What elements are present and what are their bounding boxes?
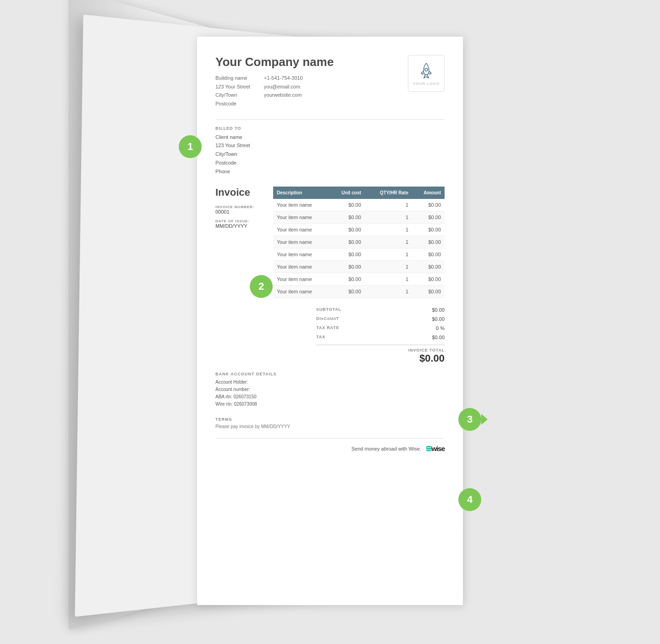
cell-amount: $0.00	[412, 248, 445, 261]
cell-unit-cost: $0.00	[329, 261, 365, 273]
account-holder: Account Holder:	[215, 379, 445, 386]
cell-unit-cost: $0.00	[329, 273, 365, 286]
invoice-table: Description Unit cost QTY/HR Rate Amount…	[273, 187, 445, 298]
cell-description: Your item name	[273, 273, 329, 286]
tax-rate-label: TAX RATE	[316, 325, 339, 331]
invoice-total-label: INVOICE TOTAL	[316, 348, 445, 352]
cell-amount: $0.00	[412, 273, 445, 286]
bank-details-label: BANK ACCOUNT DETAILS	[215, 372, 445, 376]
billed-to-label: BILLED TO	[215, 126, 445, 131]
client-phone: Phone	[215, 167, 445, 176]
company-details: Building name 123 Your Street City/Town …	[215, 74, 334, 108]
cell-qty: 1	[365, 261, 412, 273]
discount-row: DIsCoUnT $0.00	[316, 314, 445, 324]
cell-amount: $0.00	[412, 286, 445, 298]
tax-row: TAX $0.00	[316, 333, 445, 342]
cell-qty: 1	[365, 224, 412, 236]
svg-point-0	[425, 68, 428, 71]
wise-tagline: Send money abroad with Wise.	[352, 446, 421, 451]
table-row: Your item name $0.00 1 $0.00	[273, 224, 445, 236]
table-row: Your item name $0.00 1 $0.00	[273, 261, 445, 273]
client-city: City/Town	[215, 150, 445, 159]
cell-qty: 1	[365, 248, 412, 261]
client-postcode: Postcode	[215, 159, 445, 167]
cell-amount: $0.00	[412, 211, 445, 224]
company-address: Building name 123 Your Street City/Town …	[215, 74, 250, 108]
subtotal-label: SUBTOTAL	[316, 307, 341, 313]
table-row: Your item name $0.00 1 $0.00	[273, 199, 445, 211]
cell-unit-cost: $0.00	[329, 286, 365, 298]
cell-amount: $0.00	[412, 261, 445, 273]
col-qty: QTY/HR Rate	[365, 187, 412, 199]
col-description: Description	[273, 187, 329, 199]
cell-unit-cost: $0.00	[329, 224, 365, 236]
rocket-icon	[417, 61, 435, 80]
table-row: Your item name $0.00 1 $0.00	[273, 211, 445, 224]
billed-to-section: BILLED TO Client name 123 Your Street Ci…	[215, 126, 445, 176]
badge-4: 4	[458, 488, 481, 511]
cell-description: Your item name	[273, 286, 329, 298]
company-name: Your Company name	[215, 55, 334, 69]
logo-label: YOUR LOGO	[413, 82, 439, 86]
tax-rate-row: TAX RATE 0 %	[316, 324, 445, 333]
badge-2: 2	[250, 275, 273, 298]
invoice-number-label: INVOICE NUMBER:	[215, 205, 266, 209]
col-unit-cost: Unit cost	[329, 187, 365, 199]
invoice-date-label: DATE OF ISSUE:	[215, 219, 266, 223]
invoice-total-row: INVOICE TOTAL $0.00	[316, 348, 445, 364]
company-logo-box: YOUR LOGO	[408, 55, 445, 92]
cell-qty: 1	[365, 273, 412, 286]
cell-amount: $0.00	[412, 199, 445, 211]
invoice-footer: Send money abroad with Wise. ⊞wise	[215, 438, 445, 453]
cell-description: Your item name	[273, 261, 329, 273]
totals-divider	[316, 345, 445, 345]
client-name: Client name	[215, 133, 445, 142]
terms-label: TERMS	[215, 417, 445, 422]
subtotal-value: $0.00	[432, 307, 445, 313]
terms-text: Please pay invoice by MM/DD/YYYY	[215, 424, 445, 429]
bank-details-section: BANK ACCOUNT DETAILS Account Holder: Acc…	[215, 372, 445, 408]
cell-unit-cost: $0.00	[329, 211, 365, 224]
subtotal-row: SUBTOTAL $0.00	[316, 305, 445, 314]
table-row: Your item name $0.00 1 $0.00	[273, 273, 445, 286]
company-info: Your Company name Building name 123 Your…	[215, 55, 334, 108]
badge-1: 1	[179, 135, 202, 158]
cell-amount: $0.00	[412, 224, 445, 236]
invoice-total-amount: $0.00	[316, 352, 445, 364]
table-row: Your item name $0.00 1 $0.00	[273, 248, 445, 261]
table-row: Your item name $0.00 1 $0.00	[273, 286, 445, 298]
invoice-date-value: MM/DD/YYYY	[215, 223, 266, 229]
invoice-title: Invoice	[215, 187, 266, 198]
cell-qty: 1	[365, 236, 412, 248]
badge-3: 3	[458, 408, 481, 431]
col-amount: Amount	[412, 187, 445, 199]
table-row: Your item name $0.00 1 $0.00	[273, 236, 445, 248]
wire-rtn: Wire rtn: 026073008	[215, 401, 445, 408]
cell-description: Your item name	[273, 248, 329, 261]
tax-label: TAX	[316, 335, 325, 340]
aba-rtn: ABA rtn: 026073150	[215, 393, 445, 401]
table-header-row: Description Unit cost QTY/HR Rate Amount	[273, 187, 445, 199]
cell-description: Your item name	[273, 236, 329, 248]
company-contact: +1-541-754-3010 you@email.com yourwebsit…	[264, 74, 303, 108]
cell-amount: $0.00	[412, 236, 445, 248]
discount-label: DIsCoUnT	[316, 316, 339, 322]
cell-unit-cost: $0.00	[329, 199, 365, 211]
discount-value: $0.00	[432, 316, 445, 322]
client-street: 123 Your Street	[215, 141, 445, 150]
cell-unit-cost: $0.00	[329, 248, 365, 261]
header-divider	[215, 119, 445, 120]
cell-qty: 1	[365, 199, 412, 211]
invoice-paper: Your Company name Building name 123 Your…	[197, 37, 463, 605]
cell-description: Your item name	[273, 224, 329, 236]
tax-value: $0.00	[432, 335, 445, 340]
cell-qty: 1	[365, 286, 412, 298]
wise-logo: ⊞wise	[426, 444, 445, 453]
tax-rate-value: 0 %	[436, 325, 445, 331]
cell-unit-cost: $0.00	[329, 236, 365, 248]
totals-section: SUBTOTAL $0.00 DIsCoUnT $0.00 TAX RATE 0…	[316, 305, 445, 364]
terms-section: TERMS Please pay invoice by MM/DD/YYYY	[215, 417, 445, 429]
cell-description: Your item name	[273, 211, 329, 224]
invoice-body: Invoice INVOICE NUMBER: 00001 DATE OF IS…	[215, 187, 445, 298]
account-number: Account number:	[215, 386, 445, 393]
